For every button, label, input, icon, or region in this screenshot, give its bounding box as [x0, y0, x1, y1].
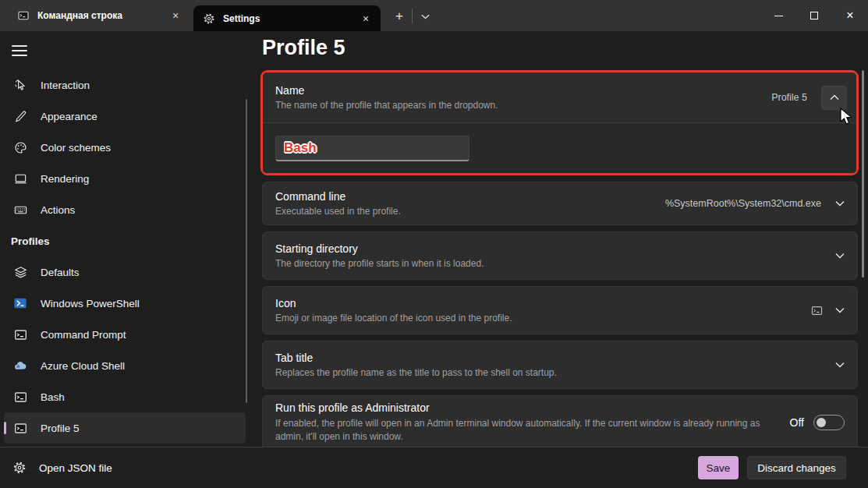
name-card-expansion — [263, 122, 856, 173]
selection-accent-bar — [4, 422, 6, 434]
sidebar-item-profile-5[interactable]: Profile 5 — [4, 412, 246, 444]
minimize-icon — [774, 16, 783, 16]
terminal-icon — [12, 420, 28, 436]
save-button[interactable]: Save — [698, 456, 739, 479]
titlebar: Командная строка × Settings × + × — [0, 0, 868, 31]
sidebar-item-label: Interaction — [41, 80, 90, 91]
sidebar-item-color-schemes[interactable]: Color schemes — [4, 132, 246, 163]
tab-title: Командная строка — [37, 10, 165, 21]
sidebar-scrollbar[interactable] — [246, 99, 247, 403]
setting-card-icon[interactable]: Icon Emoji or image file location of the… — [262, 286, 858, 334]
setting-description: If enabled, the profile will open in an … — [275, 417, 768, 444]
collapse-expander-button[interactable] — [821, 86, 847, 110]
profile-icon-preview — [811, 305, 823, 316]
layers-icon — [12, 264, 28, 280]
close-button[interactable]: × — [832, 0, 868, 31]
sidebar-item-rendering[interactable]: Rendering — [4, 163, 246, 194]
sidebar-item-label: Command Prompt — [41, 329, 126, 341]
sidebar-item-label: Appearance — [41, 111, 97, 122]
close-tab-icon[interactable]: × — [165, 6, 186, 25]
open-json-file-label: Open JSON file — [39, 462, 112, 474]
chevron-down-icon[interactable] — [835, 253, 845, 259]
gear-icon — [203, 12, 215, 25]
discard-changes-button[interactable]: Discard changes — [747, 456, 846, 479]
tabbar-divider — [412, 9, 413, 23]
setting-card-run-as-admin[interactable]: Run this profile as Administrator If ena… — [262, 395, 858, 450]
setting-name: Run this profile as Administrator — [275, 401, 790, 414]
sidebar-item-command-prompt[interactable]: Command Prompt — [4, 319, 246, 350]
chevron-down-icon[interactable] — [835, 307, 845, 313]
setting-card-command-line[interactable]: Command line Executable used in the prof… — [262, 182, 858, 225]
chevron-up-icon — [830, 94, 839, 101]
bottom-bar: Open JSON file Save Discard changes — [0, 447, 868, 488]
name-card-header[interactable]: Name The name of the profile that appear… — [263, 72, 856, 122]
sidebar-item-actions[interactable]: Actions — [4, 194, 246, 225]
maximize-button[interactable] — [796, 0, 832, 31]
monitor-icon — [12, 171, 28, 186]
settings-sidebar: Interaction Appearance Color schemes Ren… — [0, 31, 250, 447]
sidebar-item-label: Windows PowerShell — [41, 298, 140, 309]
tab-dropdown-button[interactable] — [415, 8, 435, 25]
sidebar-item-label: Rendering — [41, 173, 89, 185]
window-controls: × — [760, 0, 868, 31]
annotation-highlight-box: Name The name of the profile that appear… — [260, 70, 859, 175]
setting-description: The name of the profile that appears in … — [275, 100, 771, 111]
cmd-icon — [17, 9, 30, 22]
sidebar-item-windows-powershell[interactable]: Windows PowerShell — [4, 288, 246, 319]
profile-name-input[interactable] — [275, 136, 469, 161]
close-tab-icon[interactable]: × — [356, 9, 376, 28]
setting-value: Profile 5 — [771, 92, 807, 103]
minimize-button[interactable] — [760, 0, 796, 31]
toggle-knob — [817, 418, 826, 427]
sidebar-item-interaction[interactable]: Interaction — [4, 69, 246, 101]
setting-name: Starting directory — [275, 242, 835, 255]
settings-page: Profile 5 Name The name of the profile t… — [250, 31, 868, 447]
keyboard-icon — [12, 202, 28, 217]
sidebar-item-azure-cloud-shell[interactable]: Azure Cloud Shell — [4, 350, 246, 381]
setting-name: Name — [275, 84, 771, 97]
sidebar-item-defaults[interactable]: Defaults — [4, 256, 246, 288]
sidebar-item-bash[interactable]: Bash — [4, 381, 246, 412]
setting-description: Replaces the profile name as the title t… — [275, 367, 835, 378]
close-icon: × — [846, 9, 853, 22]
open-json-file-button[interactable]: Open JSON file — [12, 447, 112, 488]
hamburger-menu-button[interactable] — [11, 44, 28, 58]
setting-card-name: Name The name of the profile that appear… — [263, 72, 856, 173]
paintbrush-icon — [12, 108, 28, 124]
profiles-section-header: Profiles — [0, 225, 250, 256]
setting-description: Emoji or image file location of the icon… — [275, 313, 811, 324]
setting-card-tab-title[interactable]: Tab title Replaces the profile name as t… — [262, 341, 858, 389]
page-title: Profile 5 — [262, 36, 345, 60]
sidebar-item-label: Bash — [41, 391, 65, 403]
sidebar-item-appearance[interactable]: Appearance — [4, 101, 246, 132]
sidebar-item-label: Azure Cloud Shell — [41, 360, 125, 372]
tab-settings[interactable]: Settings × — [193, 5, 381, 31]
maximize-icon — [810, 12, 818, 19]
setting-name: Icon — [275, 297, 811, 309]
chevron-down-icon[interactable] — [835, 200, 845, 207]
cmd-icon — [12, 327, 28, 342]
tab-title: Settings — [223, 13, 356, 24]
powershell-icon — [12, 295, 28, 311]
setting-card-starting-directory[interactable]: Starting directory The directory the pro… — [262, 232, 858, 280]
setting-name: Command line — [275, 190, 665, 203]
toggle-state-label: Off — [790, 416, 804, 429]
content-scrollbar[interactable] — [862, 70, 864, 278]
setting-description: The directory the profile starts in when… — [275, 258, 835, 269]
new-tab-button[interactable]: + — [388, 6, 410, 27]
azure-cloud-icon — [12, 358, 28, 373]
mouse-cursor — [839, 108, 853, 126]
sidebar-item-label: Defaults — [41, 267, 80, 278]
setting-description: Executable used in the profile. — [275, 206, 665, 217]
sidebar-item-label: Profile 5 — [41, 423, 80, 434]
chevron-down-icon[interactable] — [835, 362, 845, 368]
terminal-icon — [12, 389, 28, 405]
tab-command-prompt[interactable]: Командная строка × — [8, 0, 190, 31]
palette-icon — [12, 140, 28, 155]
setting-name: Tab title — [275, 352, 835, 364]
admin-toggle-switch[interactable] — [813, 415, 845, 430]
gear-icon — [12, 461, 27, 475]
sidebar-nav: Interaction Appearance Color schemes Ren… — [0, 69, 250, 444]
interaction-icon — [12, 77, 28, 93]
sidebar-item-label: Actions — [41, 204, 75, 216]
